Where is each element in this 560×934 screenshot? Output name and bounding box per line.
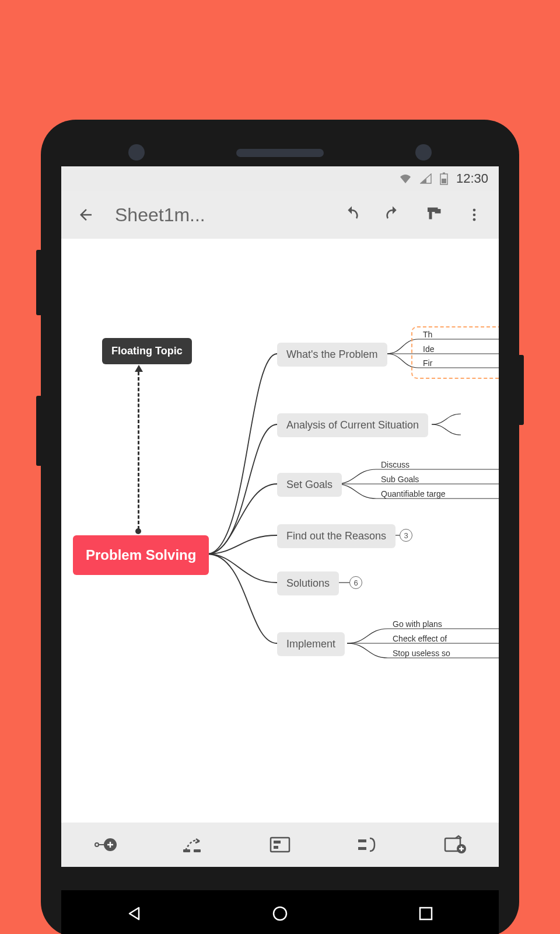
arrow-line	[138, 372, 139, 529]
wifi-icon	[399, 173, 412, 184]
svg-point-20	[95, 843, 99, 846]
svg-rect-1	[443, 173, 445, 175]
svg-point-4	[473, 214, 476, 217]
add-boundary-button[interactable]	[264, 828, 296, 861]
subtopic-label[interactable]: Quantifiable targe	[381, 489, 446, 499]
status-time: 12:30	[456, 171, 488, 186]
subtopic-label[interactable]: Th	[423, 330, 432, 339]
nav-back-button[interactable]	[123, 902, 146, 925]
subtopic-label[interactable]: Go with plans	[393, 619, 442, 629]
phone-frame: 12:30 Sheet1m...	[41, 120, 519, 934]
svg-rect-25	[183, 849, 190, 852]
status-bar: 12:30	[61, 166, 499, 191]
page-title: Sheet1m...	[115, 204, 323, 226]
add-sheet-button[interactable]	[439, 828, 471, 861]
format-button[interactable]	[422, 203, 445, 226]
collapse-count-badge[interactable]: 3	[400, 529, 412, 542]
central-topic-node[interactable]: Problem Solving	[73, 535, 209, 575]
branch-node[interactable]: Solutions	[277, 571, 339, 595]
system-nav-bar	[61, 890, 499, 934]
back-button[interactable]	[74, 203, 97, 226]
subtopic-label[interactable]: Check effect of	[393, 634, 447, 643]
floating-topic-node[interactable]: Floating Topic	[102, 338, 192, 364]
svg-point-5	[473, 218, 476, 221]
undo-button[interactable]	[340, 203, 363, 226]
collapse-count-badge[interactable]: 6	[349, 576, 362, 589]
svg-point-36	[274, 907, 286, 920]
screen: 12:30 Sheet1m...	[61, 166, 499, 867]
signal-icon	[420, 173, 432, 184]
subtopic-label[interactable]: Ide	[423, 344, 434, 354]
add-subtopic-button[interactable]	[89, 828, 121, 861]
subtopic-label[interactable]: Discuss	[381, 460, 410, 469]
subtopic-label[interactable]: Sub Goals	[381, 475, 419, 484]
mindmap-canvas[interactable]: Floating Topic Problem Solving What's th…	[61, 239, 499, 823]
arrow-head-icon	[135, 365, 143, 372]
branch-node[interactable]: What's the Problem	[277, 343, 387, 367]
overflow-menu-button[interactable]	[463, 203, 486, 226]
phone-notch	[41, 144, 519, 162]
svg-rect-37	[420, 908, 432, 919]
branch-node[interactable]: Analysis of Current Situation	[277, 413, 428, 437]
branch-node[interactable]: Find out the Reasons	[277, 524, 396, 548]
add-relationship-button[interactable]	[176, 828, 209, 861]
nav-home-button[interactable]	[268, 902, 292, 925]
subtopic-label[interactable]: Fir	[423, 358, 432, 368]
svg-rect-26	[194, 849, 201, 852]
svg-rect-2	[442, 179, 446, 183]
arrow-dot	[135, 528, 141, 534]
svg-point-3	[473, 209, 476, 212]
svg-rect-27	[271, 838, 289, 852]
branch-node[interactable]: Implement	[277, 632, 345, 656]
svg-rect-31	[358, 847, 366, 850]
svg-rect-30	[358, 839, 366, 842]
svg-rect-28	[274, 841, 281, 844]
subtopic-label[interactable]: Stop useless so	[393, 649, 450, 658]
branch-node[interactable]: Set Goals	[277, 473, 342, 497]
redo-button[interactable]	[381, 203, 404, 226]
battery-icon	[440, 172, 448, 185]
nav-recent-button[interactable]	[414, 902, 438, 925]
svg-rect-29	[274, 846, 278, 849]
bottom-toolbar	[61, 823, 499, 867]
add-summary-button[interactable]	[351, 828, 384, 861]
app-bar: Sheet1m...	[61, 191, 499, 239]
